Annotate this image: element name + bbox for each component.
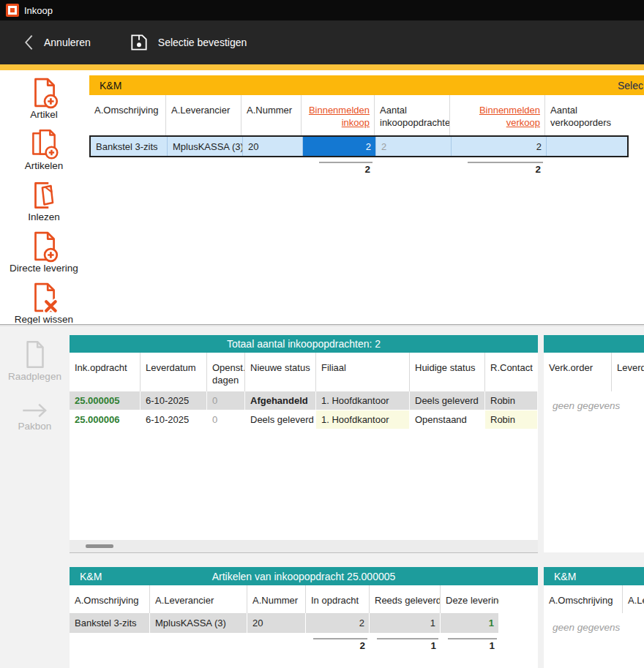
- order-row[interactable]: 25.000006 6-10-2025 0 Deels geleverd 1. …: [70, 410, 538, 429]
- column-header: A.Nummer: [247, 585, 306, 613]
- orders-section: Raadplegen Pakbon Totaal aantal inkoopop…: [0, 326, 644, 668]
- top-table-totals-row: 2 2: [89, 159, 626, 175]
- group-label: K&M: [80, 571, 102, 582]
- document-icon: [18, 338, 51, 372]
- cell-openstaande-dagen: 0: [207, 410, 245, 429]
- column-header: A.Omschrijving: [544, 585, 623, 613]
- cell-reeds-geleverd: 1: [370, 613, 441, 633]
- column-header: A.Omschrijving: [89, 95, 166, 135]
- column-header: A.Leverancier: [150, 585, 247, 613]
- sales-orders-panel: Verk.order Leverdat geen gegevens: [544, 335, 644, 552]
- linked-articles-panel: K&M A.Omschrijving A.Le geen gegevens: [544, 567, 644, 668]
- cell-huidige-status: Deels geleverd: [410, 391, 485, 410]
- sidebar-item-pakbon[interactable]: Pakbon: [18, 399, 52, 432]
- cell-filiaal: 1. Hoofdkantoor: [316, 391, 410, 410]
- sidebar-item-label: Raadplegen: [8, 372, 61, 382]
- orders-table: Totaal aantal inkoopopdrachten: 2 Ink.op…: [70, 335, 538, 553]
- cell-leverancier[interactable]: MplusKASSA (3): [168, 137, 243, 156]
- clipped-header-text: Selec: [618, 80, 643, 91]
- save-icon: [129, 32, 149, 53]
- cell-contact: Robin: [485, 391, 538, 410]
- cell-openstaande-dagen: 0: [207, 391, 245, 410]
- total-inkoop: 2: [302, 159, 375, 175]
- linked-panel-column-headers: A.Omschrijving A.Le: [544, 585, 644, 613]
- column-header: In opdracht: [306, 585, 370, 613]
- cell-filiaal: 1. Hoofdkantoor: [316, 410, 410, 429]
- column-header: Ink.opdracht: [70, 353, 141, 391]
- cell-order-number: 25.000006: [70, 410, 141, 429]
- document-add-icon: [27, 76, 61, 110]
- table-row-selected[interactable]: Bankstel 3-zits MplusKASSA (3) 20 2 2 2: [89, 135, 629, 157]
- document-delete-icon: [27, 281, 61, 315]
- cell-leverancier: MplusKASSA (3): [150, 613, 247, 633]
- total-reeds-geleverd: 1: [370, 634, 441, 651]
- cell-binnenmelden-verkoop[interactable]: 2: [452, 137, 547, 156]
- sidebar-item-label: Inlezen: [28, 212, 60, 222]
- confirm-selection-button[interactable]: Selectie bevestigen: [120, 26, 255, 59]
- accent-divider: [0, 64, 644, 70]
- documents-add-icon: [27, 127, 61, 161]
- column-header: Aantalinkoopopdrachten: [375, 95, 450, 135]
- sidebar-item-directe-levering[interactable]: Directe levering: [10, 230, 78, 274]
- horizontal-scrollbar[interactable]: [70, 540, 538, 552]
- column-header: A.Nummer: [242, 95, 302, 135]
- column-header-binnenmelden-verkoop[interactable]: Binnenmeldenverkoop: [450, 95, 545, 135]
- cell-huidige-status: Openstaand: [410, 410, 485, 429]
- cell-aantal-verkooporders[interactable]: [547, 137, 627, 156]
- cell-aantal-inkoopopdrachten[interactable]: 2: [376, 137, 452, 156]
- orders-table-title-bar: Totaal aantal inkoopopdrachten: 2: [70, 335, 538, 353]
- empty-message: geen gegevens: [544, 391, 644, 411]
- titlebar: Inkoop: [0, 0, 644, 20]
- horizontal-scrollbar-thumb[interactable]: [86, 544, 113, 548]
- articles-table-title: Artikelen van inkoopopdracht 25.000005: [212, 571, 396, 582]
- column-header: Aantalverkooporders: [545, 95, 626, 135]
- articles-table-title-bar: K&M Artikelen van inkoopopdracht 25.0000…: [70, 567, 538, 585]
- arrow-right-icon: [18, 399, 52, 421]
- column-header: Deze levering: [441, 585, 499, 613]
- sidebar-item-artikelen[interactable]: Artikelen: [25, 127, 64, 171]
- app-logo-icon: [6, 4, 19, 17]
- top-articles-table: K&M Selec A.Omschrijving A.Leverancier A…: [89, 75, 644, 175]
- document-import-icon: [27, 179, 61, 212]
- cell-omschrijving[interactable]: Bankstel 3-zits: [91, 137, 168, 156]
- sidebar-item-inlezen[interactable]: Inlezen: [27, 179, 61, 222]
- group-label: K&M: [100, 80, 121, 91]
- cell-nieuwe-status: Afgehandeld: [245, 391, 316, 410]
- top-table-header-bar: K&M Selec: [89, 75, 644, 95]
- selection-section: Artikel Artikelen Inlezen: [0, 70, 644, 324]
- sidebar-item-raadplegen[interactable]: Raadplegen: [8, 338, 61, 382]
- total-verkoop: 2: [450, 159, 545, 175]
- back-chevron-icon: [22, 33, 35, 52]
- column-header: R.Contact: [485, 353, 538, 391]
- cell-in-opdracht: 2: [306, 613, 370, 633]
- sidebar-item-label: Directe levering: [10, 263, 78, 274]
- article-row-selected[interactable]: Bankstel 3-zits MplusKASSA (3) 20 2 1 1: [70, 613, 499, 633]
- cancel-label: Annuleren: [44, 37, 91, 48]
- sidebar-item-label: Artikel: [30, 110, 58, 120]
- column-header: Verk.order: [544, 353, 612, 391]
- action-sidebar: Artikel Artikelen Inlezen: [0, 70, 88, 324]
- cancel-button[interactable]: Annuleren: [13, 27, 100, 58]
- sales-panel-column-headers: Verk.order Leverdat: [544, 353, 644, 391]
- cell-nummer: 20: [247, 613, 306, 633]
- sidebar-item-regel-wissen[interactable]: Regel wissen: [15, 281, 73, 325]
- column-header: A.Le: [623, 585, 644, 613]
- sidebar-item-label: Regel wissen: [15, 315, 73, 325]
- column-header-binnenmelden-inkoop[interactable]: Binnenmeldeninkoop: [302, 95, 375, 135]
- toolbar: Annuleren Selectie bevestigen: [0, 20, 644, 64]
- column-header: Leverdatum: [141, 353, 207, 391]
- cell-nummer[interactable]: 20: [243, 137, 303, 156]
- cell-leverdatum: 6-10-2025: [141, 410, 207, 429]
- group-label: K&M: [554, 571, 576, 582]
- column-header: Leverdat: [612, 353, 644, 391]
- window-title: Inkoop: [24, 5, 53, 16]
- sidebar-item-artikel[interactable]: Artikel: [27, 76, 61, 120]
- cell-order-number: 25.000005: [70, 391, 141, 410]
- order-row-selected[interactable]: 25.000005 6-10-2025 0 Afgehandeld 1. Hoo…: [70, 391, 538, 410]
- empty-message: geen gegevens: [544, 613, 644, 633]
- cell-binnenmelden-inkoop-selected[interactable]: 2: [303, 137, 376, 156]
- document-add-icon: [27, 230, 61, 263]
- total-deze-levering: 1: [441, 634, 499, 651]
- column-header: Huidige status: [410, 353, 485, 391]
- column-header: A.Leverancier: [166, 95, 242, 135]
